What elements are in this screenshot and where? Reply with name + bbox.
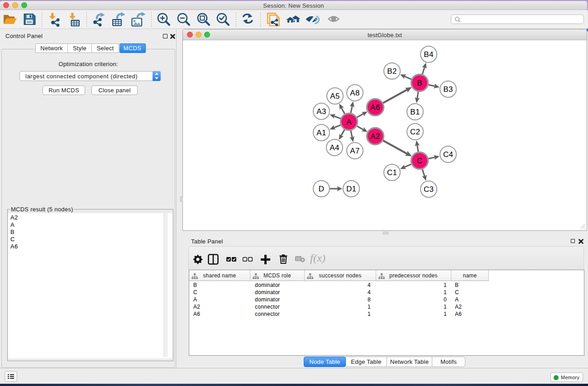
svg-text:B1: B1 [410,108,420,116]
svg-text:A2: A2 [370,132,380,141]
svg-text:A: A [346,118,352,126]
svg-text:D1: D1 [346,185,356,193]
svg-text:C4: C4 [443,150,453,159]
svg-text:C2: C2 [410,128,420,136]
svg-text:A6: A6 [370,103,380,112]
svg-text:B: B [417,79,422,87]
svg-text:A8: A8 [350,89,359,97]
svg-text:A4: A4 [330,143,339,152]
svg-text:C3: C3 [424,185,434,194]
svg-text:C1: C1 [387,168,397,177]
svg-text:A1: A1 [316,129,326,137]
svg-text:B4: B4 [424,50,433,59]
svg-text:A3: A3 [316,107,326,116]
svg-text:A5: A5 [330,92,339,100]
svg-text:A7: A7 [350,147,359,155]
svg-text:D: D [319,185,325,193]
svg-text:B3: B3 [443,85,453,94]
svg-text:B2: B2 [387,67,397,76]
svg-text:C: C [417,157,423,165]
